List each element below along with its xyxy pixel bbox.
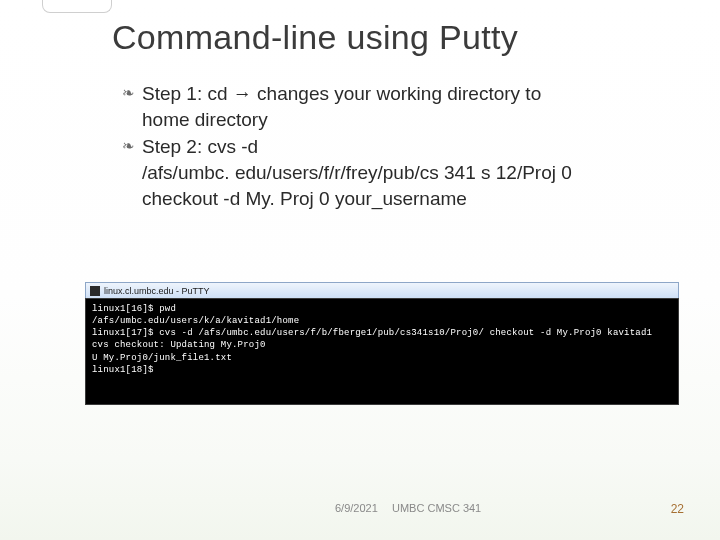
terminal-line: linux1[16]$ pwd [92,304,176,314]
footer-center: UMBC CMSC 341 [392,502,481,514]
terminal-icon [90,286,100,296]
slide: Command-line using Putty ❧ Step 1: cd → … [0,0,720,540]
step2-l2: /afs/umbc. edu/users/f/r/frey/pub/cs 341… [142,162,572,183]
step1-rest: changes your working directory to [252,83,541,104]
terminal-window: linux.cl.umbc.edu - PuTTY linux1[16]$ pw… [85,282,679,405]
step1-lead: Step 1: cd [142,83,233,104]
slide-footer: 6/9/2021 UMBC CMSC 341 22 [0,502,720,518]
bullet-step-2-line3: · checkout -d My. Proj 0 your_username [122,187,652,211]
arrow-icon: → [233,83,252,104]
bullet-step-1-cont: · home directory [122,108,652,132]
step2-lead: Step 2: cvs -d [142,136,258,157]
terminal-title: linux.cl.umbc.edu - PuTTY [104,286,210,296]
bullet-step-2-line2: · /afs/umbc. edu/users/f/r/frey/pub/cs 3… [122,161,652,185]
bullet-step-2: ❧ Step 2: cvs -d [122,135,652,159]
terminal-line: linux1[18]$ [92,365,154,375]
terminal-line: U My.Proj0/junk_file1.txt [92,353,232,363]
body-text: ❧ Step 1: cd → changes your working dire… [122,82,652,214]
terminal-line: cvs checkout: Updating My.Proj0 [92,340,266,350]
bullet-icon: ❧ [122,85,135,100]
terminal-line: linux1[17]$ cvs -d /afs/umbc.edu/users/f… [92,328,652,338]
slide-title: Command-line using Putty [112,18,518,57]
footer-page-number: 22 [671,502,684,516]
step1-cont: home directory [142,109,268,130]
terminal-body: linux1[16]$ pwd /afs/umbc.edu/users/k/a/… [85,298,679,405]
bullet-icon: ❧ [122,138,135,153]
footer-date: 6/9/2021 [335,502,378,514]
terminal-titlebar: linux.cl.umbc.edu - PuTTY [85,282,679,298]
terminal-line: /afs/umbc.edu/users/k/a/kavitad1/home [92,316,299,326]
slide-top-tab [42,0,112,13]
bullet-step-1: ❧ Step 1: cd → changes your working dire… [122,82,652,106]
step2-l3: checkout -d My. Proj 0 your_username [142,188,467,209]
